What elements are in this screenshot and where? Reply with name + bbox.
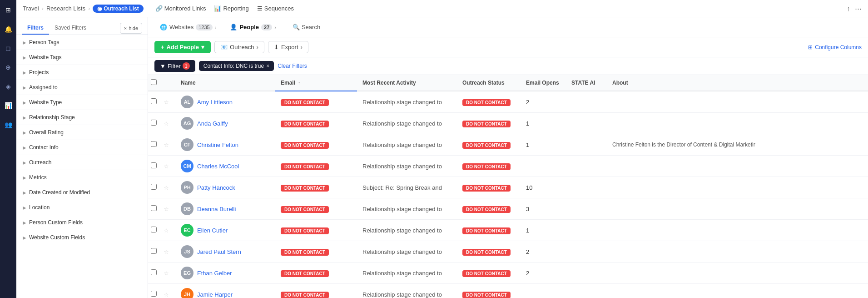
star-cell[interactable]: ☆ bbox=[162, 198, 175, 220]
star-cell[interactable]: ☆ bbox=[162, 220, 175, 241]
filter-outreach[interactable]: ▶ Outreach bbox=[16, 155, 148, 170]
nav-people-icon[interactable]: 👥 bbox=[3, 119, 14, 130]
sequences-icon: ☰ bbox=[257, 5, 263, 12]
row-checkbox[interactable] bbox=[151, 120, 157, 126]
person-name[interactable]: Jared Paul Stern bbox=[197, 248, 241, 255]
state-cell bbox=[566, 220, 607, 241]
person-name[interactable]: Christine Felton bbox=[197, 141, 238, 148]
nav-tag-icon[interactable]: ◻ bbox=[3, 43, 14, 54]
name-cell: JS Jared Paul Stern bbox=[175, 241, 275, 263]
arrow-icon: ▶ bbox=[23, 55, 26, 60]
nav-link-reporting[interactable]: 📊 Reporting bbox=[214, 5, 248, 12]
filter-overall-rating[interactable]: ▶ Overall Rating bbox=[16, 125, 148, 140]
star-cell[interactable]: ☆ bbox=[162, 177, 175, 198]
tab-websites[interactable]: 🌐 Websites 1235 › bbox=[154, 21, 222, 33]
star-cell[interactable]: ☆ bbox=[162, 156, 175, 177]
person-name[interactable]: Ethan Gelber bbox=[197, 270, 232, 277]
filter-contact-info[interactable]: ▶ Contact Info bbox=[16, 140, 148, 155]
person-name[interactable]: Charles McCool bbox=[197, 163, 239, 170]
name-cell: DB Deanna Burelli bbox=[175, 198, 275, 220]
plus-icon: + bbox=[161, 44, 164, 51]
filter-person-tags[interactable]: ▶ Person Tags bbox=[16, 35, 148, 50]
col-about[interactable]: About bbox=[607, 75, 868, 91]
nav-bookmark-icon[interactable]: ◈ bbox=[3, 81, 14, 92]
row-checkbox[interactable] bbox=[151, 248, 157, 254]
row-checkbox[interactable] bbox=[151, 98, 157, 104]
about-cell bbox=[607, 113, 868, 134]
dnc-email-badge: DO NOT CONTACT bbox=[281, 142, 329, 149]
col-email[interactable]: Email ↑ bbox=[275, 75, 357, 91]
table-row: ☆ PH Patty Hancock DO NOT CONTACT Subjec… bbox=[148, 177, 868, 198]
table-row: ☆ DB Deanna Burelli DO NOT CONTACT Relat… bbox=[148, 198, 868, 220]
person-name[interactable]: Ellen Cutler bbox=[197, 227, 228, 234]
row-checkbox[interactable] bbox=[151, 269, 157, 275]
add-people-button[interactable]: + Add People ▾ bbox=[154, 41, 211, 53]
arrow-icon: ▶ bbox=[23, 70, 26, 75]
star-cell[interactable]: ☆ bbox=[162, 263, 175, 284]
person-name[interactable]: Anda Galffy bbox=[197, 120, 228, 127]
clear-filters-button[interactable]: Clear Filters bbox=[278, 63, 307, 69]
filter-website-type[interactable]: ▶ Website Type bbox=[16, 95, 148, 110]
filter-metrics[interactable]: ▶ Metrics bbox=[16, 170, 148, 185]
filter-bar: ▼ Filter 1 Contact Info: DNC is true × C… bbox=[148, 57, 868, 75]
filter-projects[interactable]: ▶ Projects bbox=[16, 65, 148, 80]
person-name[interactable]: Deanna Burelli bbox=[197, 206, 236, 212]
people-table-wrapper: Name Email ↑ Most Recent Activity Outrea… bbox=[148, 75, 868, 298]
nav-link-monitored[interactable]: 🔗 Monitored Links bbox=[155, 5, 206, 12]
export-button[interactable]: ⬇ Export › bbox=[268, 41, 308, 53]
filter-relationship-stage[interactable]: ▶ Relationship Stage bbox=[16, 110, 148, 125]
col-activity[interactable]: Most Recent Activity bbox=[357, 75, 457, 91]
outreach-button[interactable]: 📧 Outreach › bbox=[214, 41, 264, 53]
star-cell[interactable]: ☆ bbox=[162, 91, 175, 113]
filter-tag-close[interactable]: × bbox=[266, 63, 269, 69]
search-button[interactable]: 🔍 Search bbox=[287, 21, 326, 33]
col-state[interactable]: STATE AI bbox=[566, 75, 607, 91]
row-checkbox[interactable] bbox=[151, 162, 157, 168]
filter-person-custom-fields[interactable]: ▶ Person Custom Fields bbox=[16, 215, 148, 230]
people-count-badge: 27 bbox=[261, 24, 272, 30]
person-name[interactable]: Patty Hancock bbox=[197, 184, 235, 191]
row-checkbox[interactable] bbox=[151, 205, 157, 211]
dnc-status-badge: DO NOT CONTACT bbox=[462, 292, 511, 298]
tab-people[interactable]: 👤 People 27 › bbox=[224, 21, 282, 33]
more-icon[interactable]: ⋯ bbox=[855, 5, 862, 13]
row-checkbox[interactable] bbox=[151, 141, 157, 147]
tab-filters[interactable]: Filters bbox=[22, 22, 49, 35]
col-status[interactable]: Outreach Status bbox=[457, 75, 521, 91]
filter-button[interactable]: ▼ Filter 1 bbox=[154, 60, 195, 72]
star-cell[interactable]: ☆ bbox=[162, 134, 175, 156]
nav-chart-icon[interactable]: 📊 bbox=[3, 100, 14, 111]
hide-button[interactable]: × hide bbox=[120, 23, 142, 34]
nav-home-icon[interactable]: ⊞ bbox=[3, 5, 14, 15]
about-cell bbox=[607, 198, 868, 220]
star-cell[interactable]: ☆ bbox=[162, 241, 175, 263]
filter-website-custom-fields[interactable]: ▶ Website Custom Fields bbox=[16, 230, 148, 245]
sort-asc-icon: ↑ bbox=[298, 81, 300, 86]
table-row: ☆ EG Ethan Gelber DO NOT CONTACT Relatio… bbox=[148, 263, 868, 284]
select-all-checkbox[interactable] bbox=[151, 79, 157, 85]
star-cell[interactable]: ☆ bbox=[162, 113, 175, 134]
arrow-icon: ▶ bbox=[23, 145, 26, 150]
filter-location[interactable]: ▶ Location bbox=[16, 200, 148, 215]
person-name[interactable]: Jamie Harper bbox=[197, 291, 233, 298]
row-checkbox[interactable] bbox=[151, 227, 157, 232]
filter-assigned-to[interactable]: ▶ Assigned to bbox=[16, 80, 148, 95]
tab-saved-filters[interactable]: Saved Filters bbox=[49, 22, 92, 35]
avatar: JS bbox=[181, 245, 193, 258]
row-checkbox[interactable] bbox=[151, 184, 157, 190]
person-name[interactable]: Amy Littleson bbox=[197, 99, 233, 106]
filter-date-created[interactable]: ▶ Date Created or Modified bbox=[16, 185, 148, 200]
row-checkbox[interactable] bbox=[151, 291, 157, 297]
upload-icon[interactable]: ↑ bbox=[847, 5, 851, 12]
breadcrumb-travel[interactable]: Travel bbox=[23, 5, 39, 12]
nav-search-icon[interactable]: ⊕ bbox=[3, 62, 14, 73]
star-cell[interactable]: ☆ bbox=[162, 284, 175, 298]
col-opens[interactable]: Email Opens bbox=[521, 75, 566, 91]
filter-website-tags[interactable]: ▶ Website Tags bbox=[16, 50, 148, 65]
nav-bell-icon[interactable]: 🔔 bbox=[3, 24, 14, 35]
opens-cell bbox=[521, 284, 566, 298]
breadcrumb-research-lists[interactable]: Research Lists bbox=[46, 5, 85, 12]
status-cell: DO NOT CONTACT bbox=[457, 241, 521, 263]
nav-link-sequences[interactable]: ☰ Sequences bbox=[257, 5, 294, 12]
configure-columns-button[interactable]: ⊞ Configure Columns bbox=[808, 44, 862, 51]
